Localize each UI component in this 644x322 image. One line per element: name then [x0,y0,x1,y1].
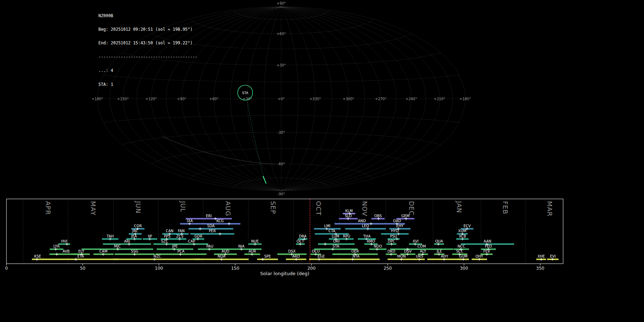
shower-label-nda: NDA [218,254,225,258]
peak-marker-spe [261,258,264,261]
map-lon-label: +270° [375,97,386,101]
map-lon-label: +330° [309,97,321,101]
shower-label-oer: OER [351,249,359,253]
month-label: APR [44,201,52,215]
shower-label-aur: AUR [249,249,256,253]
shower-label-evi: EVI [550,254,556,258]
shower-label-jea: JEA [131,234,137,238]
shower-label-com: COM [418,244,426,248]
shower-label-rpu: RPU [343,234,350,238]
shower-label-iip: IIP [148,234,152,238]
month-label: AUG [224,201,232,216]
month-label: MAY [89,201,97,215]
shower-label-zcs: ZCS [176,234,183,238]
ecliptic-arc [162,136,275,164]
shower-label-xvi: XVI [413,239,419,243]
shower-label-and: AND [358,219,366,223]
peak-marker-sda [199,228,201,230]
shower-label-ohy: OHY [475,254,483,258]
peak-marker-eta [74,258,77,261]
shower-label-amo: AMO [367,239,375,243]
begin-time-line: Beg: 20251012 09:20:51 (sol = 198.95°) [98,27,197,32]
peak-marker-and [370,222,372,225]
shower-label-mon: MON [397,254,406,258]
plot-canvas: +180°+150°+120°+90°+60°+30°+0°+330°+300°… [0,0,644,322]
shower-label-aly: ALY [420,249,426,253]
unclassified-count: ...: 4 [98,68,197,73]
shower-label-lmi: LMI [324,224,330,228]
shower-label-tha: THA [363,234,371,238]
shower-label-ehy: EHY [396,224,404,228]
shower-label-ari: ARI [124,239,130,243]
x-tick-label: 150 [231,266,239,271]
shower-label-szc: SZC [161,239,168,243]
separator-line: ---------------------------------------- [98,55,197,59]
map-lon-label: +240° [405,97,417,101]
map-lon-label: +210° [434,97,445,101]
radiant-label-sta: STA [242,91,248,95]
shower-label-ocu: OCU [312,249,319,253]
meteor-detection-segment [263,176,266,184]
shower-label-pps: PPS [164,234,170,238]
x-tick-label: 100 [155,266,163,271]
shower-label-jrc: JRC [132,229,138,233]
shower-label-noo: NOO [374,244,382,248]
month-label: FEB [502,201,509,214]
x-tick-label: 250 [384,266,392,271]
shower-label-cap: CAP [188,239,195,243]
shower-label-avb: AVB [63,249,70,253]
shower-label-can: CAN [166,229,173,233]
shower-label-lum: LUM [332,234,339,238]
shower-label-nzc: NZC [153,254,161,258]
shower-label-ori: ORI [333,239,340,243]
map-lon-label: +60° [209,97,219,101]
peak-marker-per [219,233,221,235]
month-label: JUN [135,201,142,214]
peak-marker-avb [55,253,58,256]
month-label: JUL [179,201,187,213]
month-label: NOV [361,201,369,216]
station-code: NZ000B [98,14,197,18]
map-lon-label: +90° [177,97,186,101]
shower-label-kse: KSE [34,254,41,258]
shower-label-dsx: DSX [288,249,296,253]
shower-label-urs: URS [416,254,423,258]
shower-label-aan: AAN [484,239,491,243]
shower-label-sda: SDA [207,224,215,228]
graticule-meridian [281,7,453,191]
shower-label-scc: SCC [456,249,463,253]
shower-label-ely: ELY [78,249,85,253]
shower-label-klm: KLM [345,209,353,213]
x-tick-label: 350 [536,266,545,271]
activity-timeline: APRMAYJUNJULAUGSEPOCTNOVDECJANFEBMARKLME… [5,199,563,276]
shower-label-nue: NUE [251,239,259,243]
shower-label-lyr: LYR [53,244,59,248]
shower-label-kcg: KCG [216,219,224,223]
shower-label-dad: DAD [393,219,401,223]
shower-label-dra: DRA [299,234,307,238]
map-lon-label: +120° [145,97,157,101]
shower-label-gum: GUM [459,254,468,258]
shower-label-jpe: JPE [172,244,177,248]
shower-label-cam: CAM [99,249,107,253]
shower-label-spe: SPE [264,254,271,258]
sta-count: STA: 1 [98,82,197,87]
shower-label-fev: FEV [483,249,490,253]
shower-label-leo: LEO [362,224,369,228]
shower-label-nta: NTA [352,254,360,258]
meteor-trajectory-track [248,102,265,180]
shower-label-fan: FAN [178,229,185,233]
shower-label-dkd: DKD [387,249,395,253]
shower-label-nia: NIA [238,244,244,248]
shower-label-dsv: DSV [404,249,412,253]
shower-label-dpc: DPC [388,239,395,243]
shower-label-ecv: ECV [464,224,471,228]
shower-label-gem: GEM [401,214,410,218]
screenshot-root: +180°+150°+120°+90°+60°+30°+0°+330°+300°… [0,0,644,322]
map-lon-label: +180° [92,97,103,101]
shower-label-eta: ETA [77,254,84,258]
peak-marker-kcg [228,222,230,225]
shower-label-mjc: MJC [114,244,121,248]
shower-label-sld: SLD [345,214,352,218]
shower-label-oct: OCT [297,239,304,243]
